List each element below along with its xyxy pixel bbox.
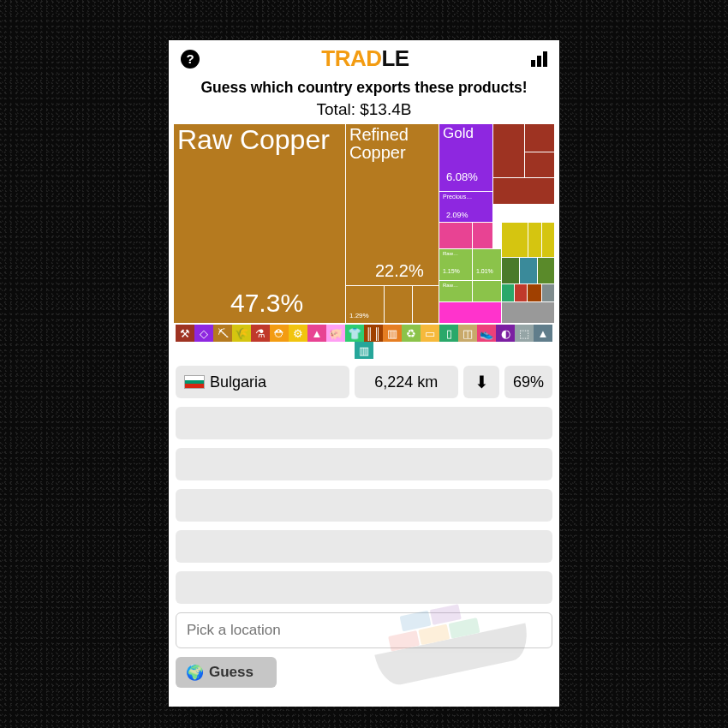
legend-swatch[interactable]: ♻	[402, 325, 421, 342]
treemap-cell[interactable]: Precious…2.09%	[439, 192, 492, 222]
treemap-cell[interactable]: Raw Copper47.3%	[174, 124, 345, 323]
logo-part-a: TRAD	[321, 45, 381, 71]
guess-direction: ⬇	[463, 366, 499, 398]
legend-swatch[interactable]: ⚙	[289, 325, 307, 342]
category-legend: ⚒◇⛏🌾⚗⛑⚙▲🐖👕║║▥♻▭▯◫👟◐⬚▲▥	[174, 325, 554, 359]
treemap-cell-pct: 1.01%	[476, 268, 493, 274]
legend-swatch[interactable]: 👟	[477, 325, 496, 342]
legend-swatch[interactable]: ▥	[355, 342, 373, 359]
treemap-cell[interactable]: 1.01%	[473, 249, 501, 280]
treemap-cell[interactable]	[502, 284, 514, 301]
treemap-cell[interactable]	[413, 286, 439, 323]
guess-distance: 6,224 km	[355, 366, 458, 398]
legend-swatch[interactable]: ⛑	[270, 325, 289, 342]
legend-swatch[interactable]: ║║	[364, 325, 383, 342]
treemap-cell-pct: 22.2%	[375, 261, 424, 281]
treemap-cell-label: Precious…	[439, 192, 492, 201]
legend-swatch[interactable]: ▭	[421, 325, 439, 342]
treemap-cell[interactable]	[520, 258, 537, 283]
treemap-cell[interactable]	[542, 223, 554, 257]
treemap-cell[interactable]	[502, 302, 554, 323]
legend-swatch[interactable]: ⚒	[176, 325, 194, 342]
legend-swatch[interactable]: ⬚	[515, 325, 534, 342]
stats-icon[interactable]	[531, 51, 547, 67]
treemap-cell[interactable]	[439, 302, 501, 323]
legend-swatch[interactable]: ◫	[458, 325, 477, 342]
globe-icon: 🌍	[186, 664, 204, 682]
export-treemap[interactable]: Raw Copper47.3%Refined Copper22.2%1.29%G…	[174, 124, 554, 323]
treemap-cell[interactable]	[528, 284, 541, 301]
legend-swatch[interactable]: ▲	[534, 325, 552, 342]
legend-swatch[interactable]: ◇	[194, 325, 213, 342]
prompt-text: Guess which country exports these produc…	[169, 77, 559, 98]
legend-swatch[interactable]: ▲	[307, 325, 326, 342]
ship-decoration	[341, 504, 544, 707]
help-icon[interactable]: ?	[181, 50, 200, 69]
guess-row-empty	[176, 448, 552, 480]
flag-icon	[184, 375, 205, 389]
legend-swatch[interactable]: 🐖	[326, 325, 345, 342]
legend-swatch[interactable]: ▥	[383, 325, 402, 342]
treemap-cell[interactable]	[493, 124, 524, 177]
treemap-cell[interactable]	[493, 178, 554, 204]
guess-proximity: 69%	[504, 366, 552, 398]
legend-swatch[interactable]: ⛏	[213, 325, 232, 342]
treemap-cell[interactable]	[502, 223, 528, 257]
guess-row: Bulgaria6,224 km⬇69%	[176, 366, 552, 398]
treemap-cell-label: Raw…	[439, 249, 472, 258]
treemap-cell-pct: 2.09%	[446, 211, 468, 219]
treemap-cell-label: Refined Copper	[346, 124, 439, 164]
logo-part-b: LE	[381, 45, 409, 71]
treemap-cell[interactable]	[538, 258, 554, 283]
app-frame: ? TRADLE Guess which country exports the…	[169, 40, 559, 707]
treemap-cell[interactable]: Raw…1.15%	[439, 249, 472, 280]
treemap-cell[interactable]	[515, 284, 527, 301]
guess-country: Bulgaria	[176, 366, 349, 398]
treemap-cell-pct: 6.08%	[446, 170, 478, 183]
app-logo: TRADLE	[321, 45, 409, 72]
header: ? TRADLE	[169, 40, 559, 77]
treemap-cell-label: Gold	[439, 124, 492, 143]
legend-swatch[interactable]: ▯	[439, 325, 458, 342]
treemap-cell[interactable]: Gold6.08%	[439, 124, 492, 191]
legend-swatch[interactable]: ⚗	[251, 325, 270, 342]
legend-swatch[interactable]: 👕	[345, 325, 364, 342]
treemap-cell[interactable]	[525, 124, 554, 152]
guess-country-name: Bulgaria	[210, 373, 266, 391]
guess-row-empty	[176, 407, 552, 439]
treemap-cell[interactable]	[473, 223, 492, 248]
treemap-cell[interactable]	[385, 286, 412, 323]
treemap-cell-label: Raw Copper	[174, 124, 345, 157]
treemap-cell[interactable]	[502, 258, 519, 283]
treemap-cell-pct: 1.15%	[443, 268, 460, 274]
treemap-cell[interactable]: Raw…	[439, 281, 472, 301]
treemap-cell-pct: 1.29%	[349, 312, 369, 319]
legend-swatch[interactable]: 🌾	[232, 325, 251, 342]
treemap-cell[interactable]	[525, 152, 554, 177]
legend-swatch[interactable]: ◐	[496, 325, 515, 342]
treemap-cell-label: Raw…	[439, 281, 472, 289]
treemap-cell[interactable]	[528, 223, 541, 257]
treemap-cell[interactable]: 1.29%	[346, 286, 384, 323]
guess-button[interactable]: 🌍 Guess	[176, 657, 277, 688]
treemap-cell-pct: 47.3%	[230, 289, 303, 318]
total-label: Total: $13.4B	[169, 98, 559, 124]
guess-button-label: Guess	[209, 664, 254, 681]
treemap-cell[interactable]	[439, 223, 472, 248]
treemap-cell[interactable]: Refined Copper22.2%	[346, 124, 439, 285]
treemap-cell[interactable]	[473, 281, 501, 301]
treemap-cell[interactable]	[542, 284, 554, 301]
